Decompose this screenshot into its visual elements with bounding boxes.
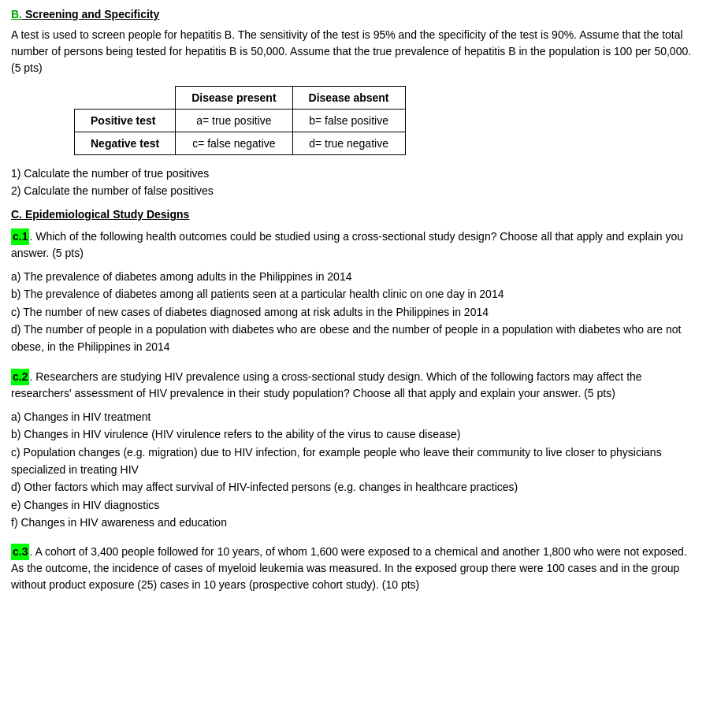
col-disease-present: Disease present	[176, 87, 292, 110]
question-c1-intro: c.1. Which of the following health outco…	[11, 228, 695, 262]
section-b-label: B.	[11, 8, 22, 20]
question-c1-options: a) The prevalence of diabetes among adul…	[11, 268, 695, 356]
option-c2-f: f) Changes in HIV awareness and educatio…	[11, 514, 695, 531]
row-negative-header: Negative test	[75, 132, 176, 155]
section-b-questions: 1) Calculate the number of true positive…	[11, 165, 695, 200]
option-c2-b: b) Changes in HIV virulence (HIV virulen…	[11, 425, 695, 443]
option-c1-d: d) The number of people in a population …	[11, 321, 695, 356]
question-c2-options: a) Changes in HIV treatment b) Changes i…	[11, 408, 695, 532]
section-c-label: C.	[11, 208, 22, 221]
table-row-positive: Positive test a= true positive b= false …	[75, 110, 406, 132]
table-row-negative: Negative test c= false negative d= true …	[75, 132, 406, 155]
cell-false-negative: c= false negative	[176, 132, 292, 155]
section-c: C. Epidemiological Study Designs c.1. Wh…	[11, 208, 695, 594]
question-c2-text: . Researchers are studying HIV prevalenc…	[11, 370, 642, 399]
cell-false-positive: b= false positive	[292, 110, 405, 132]
option-c2-d: d) Other factors which may affect surviv…	[11, 478, 695, 496]
question-c3-intro: c.3. A cohort of 3,400 people followed f…	[11, 544, 695, 593]
question-c1-label: c.1	[11, 228, 29, 245]
question-b2: 2) Calculate the number of false positiv…	[11, 182, 695, 199]
question-c3-text: . A cohort of 3,400 people followed for …	[11, 545, 687, 591]
section-c-title-text: Epidemiological Study Designs	[25, 208, 189, 221]
question-c3-block: c.3. A cohort of 3,400 people followed f…	[11, 544, 695, 593]
question-c1-block: c.1. Which of the following health outco…	[11, 228, 695, 356]
col-disease-absent: Disease absent	[292, 87, 405, 110]
option-c2-c: c) Population changes (e.g. migration) d…	[11, 444, 695, 479]
cell-true-positive: a= true positive	[176, 110, 292, 132]
question-c1-text: . Which of the following health outcomes…	[11, 230, 683, 259]
cell-true-negative: d= true negative	[292, 132, 405, 155]
option-c2-e: e) Changes in HIV diagnostics	[11, 496, 695, 514]
table-header-row: Disease present Disease absent	[75, 87, 406, 110]
question-c2-label: c.2	[11, 369, 29, 385]
section-b-intro: A test is used to screen people for hepa…	[11, 27, 695, 76]
option-c1-c: c) The number of new cases of diabetes d…	[11, 303, 695, 321]
option-c2-a: a) Changes in HIV treatment	[11, 408, 695, 425]
table-corner-cell	[75, 87, 176, 110]
section-b: B. Screening and Specificity A test is u…	[11, 8, 695, 200]
question-c3-label: c.3	[11, 544, 29, 560]
screening-table: Disease present Disease absent Positive …	[74, 86, 406, 155]
option-c1-b: b) The prevalence of diabetes among all …	[11, 285, 695, 303]
row-positive-header: Positive test	[75, 110, 176, 132]
section-b-title-text: Screening and Specificity	[25, 8, 159, 20]
question-c2-intro: c.2. Researchers are studying HIV preval…	[11, 369, 695, 402]
question-c2-block: c.2. Researchers are studying HIV preval…	[11, 369, 695, 532]
question-b1: 1) Calculate the number of true positive…	[11, 165, 695, 182]
section-c-title: C. Epidemiological Study Designs	[11, 208, 695, 221]
section-b-title: B. Screening and Specificity	[11, 8, 695, 20]
option-c1-a: a) The prevalence of diabetes among adul…	[11, 268, 695, 285]
